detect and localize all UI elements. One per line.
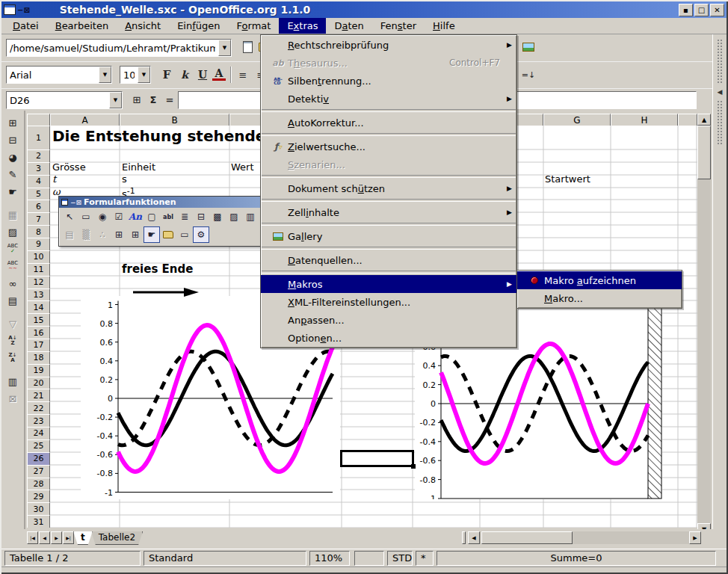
- ungroup-icon[interactable]: ⊠: [3, 390, 22, 407]
- function-wizard-icon[interactable]: ⊞: [129, 91, 145, 108]
- connector-icon[interactable]: ∴: [94, 226, 111, 243]
- italic-button[interactable]: k: [176, 67, 193, 83]
- font-size-combobox[interactable]: ▼: [120, 66, 151, 84]
- row-header-12[interactable]: 12: [27, 276, 50, 289]
- row-header-22[interactable]: 22: [27, 401, 50, 415]
- toolbar-gripper[interactable]: [717, 100, 724, 145]
- table-control-icon[interactable]: ⊞: [111, 226, 127, 243]
- row-header-17[interactable]: 17: [27, 339, 50, 352]
- menu-item-xml-filtereinstellungen[interactable]: XML-Filtereinstellungen...: [261, 293, 516, 311]
- menu-hilfe[interactable]: Hilfe: [425, 18, 463, 34]
- menu-einfuegen[interactable]: Einfügen: [169, 18, 228, 34]
- menu-item-dokument-schuetzen[interactable]: Dokument schützen▶: [261, 179, 516, 197]
- file-selection-icon[interactable]: ▥: [242, 209, 259, 225]
- row-header-11[interactable]: 11: [27, 263, 50, 277]
- horizontal-scrollbar-thumb[interactable]: [481, 531, 573, 544]
- selection-mode[interactable]: STD: [387, 551, 413, 566]
- find-replace-icon[interactable]: ∞: [3, 275, 22, 291]
- form-functions-icon[interactable]: ☛: [3, 183, 22, 200]
- menu-item-makro[interactable]: Makro...: [517, 289, 682, 307]
- font-color-icon[interactable]: A: [212, 67, 226, 81]
- function-icon[interactable]: =: [161, 91, 178, 108]
- row-header-20[interactable]: 20: [27, 377, 50, 390]
- menu-extras[interactable]: Extras: [279, 18, 326, 34]
- control-properties-icon[interactable]: ▭: [176, 226, 193, 243]
- zoom-level[interactable]: 110%: [309, 551, 350, 566]
- row-header-29[interactable]: 29: [27, 490, 50, 503]
- scroll-right-icon[interactable]: ▶: [689, 531, 701, 544]
- bold-button[interactable]: F: [158, 67, 175, 83]
- form-functions-titlebar[interactable]: −⊠ Formularfunktionen: [59, 197, 261, 208]
- url-combobox[interactable]: ▼: [6, 39, 232, 57]
- font-name-combobox[interactable]: ▼: [6, 66, 112, 84]
- check-box-icon[interactable]: ☑: [111, 209, 127, 225]
- menu-daten[interactable]: Daten: [326, 18, 371, 34]
- insert-cells-icon[interactable]: ⊟: [3, 132, 22, 148]
- select-all-corner[interactable]: [27, 114, 50, 126]
- row-header-3[interactable]: 3: [27, 162, 50, 176]
- row-header-16[interactable]: 16: [27, 326, 50, 339]
- row-header-1[interactable]: 1: [27, 126, 50, 150]
- image-button-icon[interactable]: ▩: [209, 209, 226, 225]
- design-mode-icon[interactable]: ☛: [144, 226, 160, 243]
- vertical-scrollbar-thumb[interactable]: [697, 126, 711, 179]
- menu-item-silbentrennung[interactable]: AB-CDSilbentrennung...: [261, 72, 516, 90]
- cell-reference-dropdown-icon[interactable]: ▼: [109, 92, 122, 108]
- hide-toolbar-arrow-icon[interactable]: ◀: [713, 88, 727, 96]
- sum-indicator[interactable]: Summe=0: [437, 551, 716, 566]
- pin-icon[interactable]: −⊠: [70, 199, 81, 206]
- row-header-27[interactable]: 27: [27, 465, 50, 478]
- sheet-tab-Tabelle2[interactable]: Tabelle2: [91, 531, 143, 545]
- maximize-button[interactable]: □: [694, 4, 709, 16]
- font-name-input[interactable]: [7, 67, 99, 83]
- spellcheck-icon[interactable]: ABC✓: [3, 241, 22, 257]
- scroll-left-icon[interactable]: ◀: [468, 531, 480, 544]
- menu-item-detektiv[interactable]: Detektiv▶: [261, 90, 516, 108]
- arrow-drawing[interactable]: [132, 286, 200, 299]
- row-header-24[interactable]: 24: [27, 427, 50, 440]
- row-header-6[interactable]: 6: [27, 200, 50, 213]
- fill-handle[interactable]: [411, 464, 416, 469]
- toolbar-gripper[interactable]: [717, 39, 724, 84]
- menu-item-anpassen[interactable]: Anpassen...: [261, 311, 516, 329]
- menu-fenster[interactable]: Fenster: [372, 18, 425, 34]
- row-header-26[interactable]: 26: [27, 452, 50, 466]
- row-header-4[interactable]: 4: [27, 175, 50, 188]
- form-properties-icon[interactable]: ⚙: [193, 226, 209, 243]
- menu-item-makro-aufzeichnen[interactable]: Makro aufzeichnen: [517, 271, 682, 289]
- row-header-7[interactable]: 7: [27, 212, 50, 226]
- gallery-toolbar-icon[interactable]: [520, 39, 537, 55]
- column-header-H[interactable]: H: [611, 114, 678, 126]
- select-icon[interactable]: ↖: [61, 209, 78, 225]
- more-controls-icon[interactable]: ⊞: [127, 226, 144, 243]
- group-box-icon[interactable]: ▢: [144, 209, 160, 225]
- minimize-button[interactable]: ▪: [679, 4, 693, 16]
- datasources-icon[interactable]: ▤: [3, 292, 22, 309]
- group-icon[interactable]: ▥: [3, 373, 22, 389]
- previous-sheet-icon[interactable]: ◀: [39, 531, 50, 544]
- menu-item-optionen[interactable]: Optionen...: [261, 329, 516, 347]
- row-header-31[interactable]: 31: [27, 515, 50, 528]
- form-functions-window[interactable]: −⊠ Formularfunktionen ↖▭◉☑An▢abl≣⊟▩▨▥ ▤▒…: [58, 196, 262, 247]
- cell-reference-combobox[interactable]: ▼: [6, 91, 123, 109]
- menu-item-zellinhalte[interactable]: Zellinhalte▶: [261, 203, 516, 221]
- menu-item-zielwertsuche[interactable]: ƒ▿Zielwertsuche...: [261, 138, 516, 155]
- autospellcheck-icon[interactable]: ABC~~: [3, 258, 22, 274]
- insert-chart-icon[interactable]: ◕: [3, 149, 22, 165]
- menu-item-szenarien[interactable]: Szenarien...: [261, 155, 516, 173]
- image-control-icon[interactable]: ▨: [226, 209, 242, 225]
- sum-icon[interactable]: Σ: [145, 91, 161, 108]
- menu-item-gallery[interactable]: Gallery: [261, 227, 516, 245]
- new-document-icon[interactable]: [239, 39, 256, 55]
- url-input[interactable]: [7, 40, 218, 56]
- cell-B4[interactable]: s: [122, 173, 127, 185]
- row-header-5[interactable]: 5: [27, 188, 50, 201]
- column-header-partial[interactable]: [678, 114, 697, 126]
- cell-reference-input[interactable]: [7, 92, 109, 108]
- row-header-23[interactable]: 23: [27, 414, 50, 428]
- row-header-10[interactable]: 10: [27, 250, 50, 264]
- radio-button-icon[interactable]: ◉: [94, 209, 111, 225]
- first-sheet-icon[interactable]: |◀: [27, 531, 38, 544]
- row-header-13[interactable]: 13: [27, 288, 50, 302]
- scroll-up-icon[interactable]: ▲: [697, 114, 711, 126]
